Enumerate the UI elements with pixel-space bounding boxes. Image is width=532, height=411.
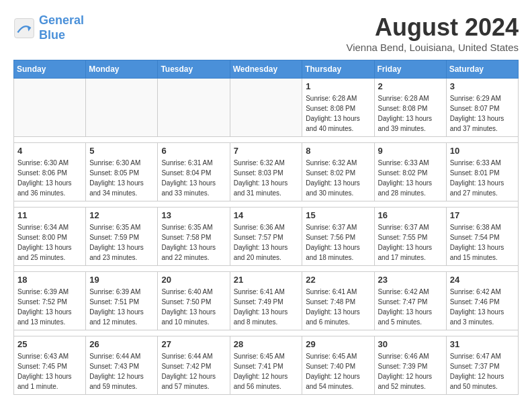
day-number: 26 [89, 339, 154, 349]
table-row [158, 79, 230, 137]
day-info: Sunrise: 6:31 AMSunset: 8:04 PMDaylight:… [161, 158, 226, 198]
table-row: 18Sunrise: 6:39 AMSunset: 7:52 PMDayligh… [14, 272, 86, 330]
table-row: 11Sunrise: 6:34 AMSunset: 8:00 PMDayligh… [14, 208, 86, 266]
day-number: 6 [161, 146, 226, 156]
day-info: Sunrise: 6:41 AMSunset: 7:49 PMDaylight:… [234, 287, 299, 327]
day-number: 28 [234, 339, 299, 349]
table-row [14, 79, 86, 137]
table-row [86, 79, 158, 137]
table-row: 16Sunrise: 6:37 AMSunset: 7:55 PMDayligh… [374, 208, 446, 266]
day-info: Sunrise: 6:29 AMSunset: 8:07 PMDaylight:… [450, 93, 515, 134]
day-number: 8 [306, 146, 370, 156]
day-info: Sunrise: 6:43 AMSunset: 7:45 PMDaylight:… [17, 351, 82, 392]
table-row: 31Sunrise: 6:47 AMSunset: 7:37 PMDayligh… [446, 336, 518, 395]
table-row: 7Sunrise: 6:32 AMSunset: 8:03 PMDaylight… [230, 143, 302, 201]
day-number: 5 [89, 146, 154, 156]
day-number: 12 [89, 210, 154, 220]
day-info: Sunrise: 6:44 AMSunset: 7:42 PMDaylight:… [161, 351, 226, 392]
day-info: Sunrise: 6:44 AMSunset: 7:43 PMDaylight:… [89, 351, 154, 392]
day-number: 7 [234, 146, 299, 156]
table-row: 25Sunrise: 6:43 AMSunset: 7:45 PMDayligh… [14, 336, 86, 395]
page-header: General Blue August 2024 Vienna Bend, Lo… [13, 13, 519, 53]
day-info: Sunrise: 6:38 AMSunset: 7:54 PMDaylight:… [450, 222, 515, 263]
row-separator [14, 330, 519, 336]
col-tuesday: Tuesday [158, 60, 230, 79]
day-info: Sunrise: 6:42 AMSunset: 7:47 PMDaylight:… [378, 287, 443, 327]
day-info: Sunrise: 6:37 AMSunset: 7:56 PMDaylight:… [306, 222, 370, 263]
table-row: 29Sunrise: 6:45 AMSunset: 7:40 PMDayligh… [302, 336, 374, 395]
table-row: 19Sunrise: 6:39 AMSunset: 7:51 PMDayligh… [86, 272, 158, 330]
day-number: 14 [234, 210, 299, 220]
day-info: Sunrise: 6:28 AMSunset: 8:08 PMDaylight:… [378, 93, 443, 134]
day-number: 27 [161, 339, 226, 349]
day-info: Sunrise: 6:41 AMSunset: 7:48 PMDaylight:… [306, 287, 370, 327]
col-wednesday: Wednesday [230, 60, 302, 79]
day-number: 4 [17, 146, 82, 156]
day-number: 11 [17, 210, 82, 220]
day-number: 17 [450, 210, 515, 220]
day-info: Sunrise: 6:34 AMSunset: 8:00 PMDaylight:… [17, 222, 82, 263]
day-number: 21 [234, 275, 299, 285]
row-separator [14, 266, 519, 272]
day-number: 20 [161, 275, 226, 285]
day-number: 15 [306, 210, 370, 220]
table-row: 14Sunrise: 6:36 AMSunset: 7:57 PMDayligh… [230, 208, 302, 266]
calendar-table: Sunday Monday Tuesday Wednesday Thursday… [13, 60, 519, 395]
title-block: August 2024 Vienna Bend, Louisiana, Unit… [346, 13, 519, 53]
day-number: 13 [161, 210, 226, 220]
month-title: August 2024 [346, 13, 519, 42]
table-row: 20Sunrise: 6:40 AMSunset: 7:50 PMDayligh… [158, 272, 230, 330]
calendar-week-3: 11Sunrise: 6:34 AMSunset: 8:00 PMDayligh… [14, 208, 519, 266]
col-thursday: Thursday [302, 60, 374, 79]
day-info: Sunrise: 6:37 AMSunset: 7:55 PMDaylight:… [378, 222, 443, 263]
table-row: 28Sunrise: 6:45 AMSunset: 7:41 PMDayligh… [230, 336, 302, 395]
day-info: Sunrise: 6:45 AMSunset: 7:40 PMDaylight:… [306, 351, 370, 392]
table-row: 24Sunrise: 6:42 AMSunset: 7:46 PMDayligh… [446, 272, 518, 330]
day-info: Sunrise: 6:46 AMSunset: 7:39 PMDaylight:… [378, 351, 443, 392]
table-row: 3Sunrise: 6:29 AMSunset: 8:07 PMDaylight… [446, 79, 518, 137]
day-number: 24 [450, 275, 515, 285]
row-separator [14, 201, 519, 208]
day-info: Sunrise: 6:32 AMSunset: 8:02 PMDaylight:… [306, 158, 370, 198]
day-info: Sunrise: 6:39 AMSunset: 7:52 PMDaylight:… [17, 287, 82, 327]
table-row: 22Sunrise: 6:41 AMSunset: 7:48 PMDayligh… [302, 272, 374, 330]
logo-text: General Blue [39, 13, 84, 42]
logo: General Blue [13, 13, 84, 42]
table-row: 30Sunrise: 6:46 AMSunset: 7:39 PMDayligh… [374, 336, 446, 395]
table-row: 6Sunrise: 6:31 AMSunset: 8:04 PMDaylight… [158, 143, 230, 201]
day-number: 1 [306, 81, 370, 91]
day-info: Sunrise: 6:36 AMSunset: 7:57 PMDaylight:… [234, 222, 299, 263]
day-number: 29 [306, 339, 370, 349]
table-row: 13Sunrise: 6:35 AMSunset: 7:58 PMDayligh… [158, 208, 230, 266]
day-info: Sunrise: 6:40 AMSunset: 7:50 PMDaylight:… [161, 287, 226, 327]
day-info: Sunrise: 6:45 AMSunset: 7:41 PMDaylight:… [234, 351, 299, 392]
table-row: 1Sunrise: 6:28 AMSunset: 8:08 PMDaylight… [302, 79, 374, 137]
table-row: 27Sunrise: 6:44 AMSunset: 7:42 PMDayligh… [158, 336, 230, 395]
col-friday: Friday [374, 60, 446, 79]
calendar-header-row: Sunday Monday Tuesday Wednesday Thursday… [14, 60, 519, 79]
day-number: 18 [17, 275, 82, 285]
svg-rect-0 [15, 18, 34, 38]
table-row: 4Sunrise: 6:30 AMSunset: 8:06 PMDaylight… [14, 143, 86, 201]
day-info: Sunrise: 6:30 AMSunset: 8:05 PMDaylight:… [89, 158, 154, 198]
day-number: 2 [378, 81, 443, 91]
day-number: 19 [89, 275, 154, 285]
day-info: Sunrise: 6:35 AMSunset: 7:59 PMDaylight:… [89, 222, 154, 263]
location: Vienna Bend, Louisiana, United States [346, 42, 519, 53]
row-separator [14, 137, 519, 143]
table-row: 26Sunrise: 6:44 AMSunset: 7:43 PMDayligh… [86, 336, 158, 395]
calendar-week-2: 4Sunrise: 6:30 AMSunset: 8:06 PMDaylight… [14, 143, 519, 201]
day-number: 23 [378, 275, 443, 285]
calendar-week-1: 1Sunrise: 6:28 AMSunset: 8:08 PMDaylight… [14, 79, 519, 137]
day-info: Sunrise: 6:35 AMSunset: 7:58 PMDaylight:… [161, 222, 226, 263]
logo-icon [13, 17, 35, 39]
day-info: Sunrise: 6:33 AMSunset: 8:02 PMDaylight:… [378, 158, 443, 198]
calendar-week-4: 18Sunrise: 6:39 AMSunset: 7:52 PMDayligh… [14, 272, 519, 330]
day-number: 22 [306, 275, 370, 285]
day-number: 25 [17, 339, 82, 349]
day-info: Sunrise: 6:30 AMSunset: 8:06 PMDaylight:… [17, 158, 82, 198]
table-row: 23Sunrise: 6:42 AMSunset: 7:47 PMDayligh… [374, 272, 446, 330]
day-number: 31 [450, 339, 515, 349]
day-info: Sunrise: 6:33 AMSunset: 8:01 PMDaylight:… [450, 158, 515, 198]
table-row: 10Sunrise: 6:33 AMSunset: 8:01 PMDayligh… [446, 143, 518, 201]
